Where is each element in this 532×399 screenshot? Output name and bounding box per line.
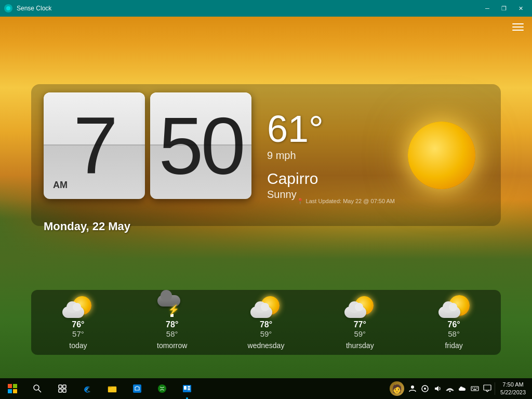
last-updated-text: Last Updated: May 22 @ 07:50 AM <box>306 198 395 204</box>
edge-browser-button[interactable] <box>75 378 100 399</box>
minute-card: 50 <box>150 92 251 199</box>
volume-icon[interactable] <box>431 378 444 399</box>
taskbar-left <box>0 378 200 399</box>
svg-rect-6 <box>63 389 66 392</box>
forecast-temps-wednesday: 78° 59° <box>260 320 272 338</box>
minute-digit: 50 <box>158 105 243 186</box>
menu-line-1 <box>512 23 524 24</box>
menu-line-2 <box>512 26 524 28</box>
forecast-low-tomorrow: 58° <box>166 329 178 338</box>
hour-card: 7 AM <box>44 92 145 199</box>
svg-rect-14 <box>188 388 190 389</box>
clock-section: 7 AM 50 Monday, 22 May <box>44 92 251 218</box>
taskbar-divider <box>495 382 495 395</box>
app-icon <box>4 4 12 12</box>
cortana-icon[interactable] <box>419 378 431 399</box>
minimize-button[interactable]: ─ <box>480 3 495 14</box>
svg-point-18 <box>424 388 426 390</box>
forecast-label-today: today <box>69 341 87 350</box>
start-button[interactable] <box>0 378 25 399</box>
forecast-icon-today <box>62 295 94 318</box>
forecast-icon-friday <box>438 295 470 318</box>
task-view-button[interactable] <box>50 378 75 399</box>
forecast-bar: 76° 57° today 78° 58° tomorrow 7 <box>31 290 501 355</box>
close-button[interactable]: ✕ <box>513 3 528 14</box>
forecast-label-friday: friday <box>445 341 462 350</box>
forecast-thursday: 77° 59° thursday <box>313 295 407 350</box>
svg-point-1 <box>34 385 39 390</box>
forecast-temps-today: 76° 57° <box>72 320 84 338</box>
window-controls: ─ ❐ ✕ <box>480 3 528 14</box>
svg-point-0 <box>6 6 10 10</box>
windows-logo <box>8 384 17 393</box>
win-logo-blue <box>8 389 12 393</box>
avatar-image: 🧑 <box>390 381 404 396</box>
notification-icon[interactable] <box>481 378 494 399</box>
flip-clock: 7 AM 50 <box>44 92 251 199</box>
svg-point-10 <box>158 384 166 393</box>
forecast-tomorrow: 78° 58° tomorrow <box>125 295 219 350</box>
taskbar-right: 🧑 7:50 AM 5/22/2023 <box>388 378 532 399</box>
location-pin-icon: 📍 <box>297 198 304 205</box>
maximize-button[interactable]: ❐ <box>497 3 511 14</box>
svg-rect-4 <box>63 385 66 388</box>
win-logo-red <box>8 384 12 388</box>
forecast-high-tomorrow: 78° <box>166 320 178 329</box>
svg-rect-15 <box>188 389 190 390</box>
user-avatar[interactable]: 🧑 <box>388 378 406 399</box>
forecast-label-thursday: thursday <box>346 341 374 350</box>
news-button[interactable] <box>175 378 200 399</box>
forecast-icon-tomorrow <box>156 295 188 318</box>
hour-digit: 7 <box>73 105 115 186</box>
svg-rect-5 <box>59 389 62 392</box>
forecast-high-wednesday: 78° <box>260 320 272 329</box>
main-content: 7 AM 50 Monday, 22 May 61° 9 mph Capirro… <box>0 17 532 378</box>
forecast-temps-tomorrow: 78° 58° <box>166 320 178 338</box>
taskbar-clock[interactable]: 7:50 AM 5/22/2023 <box>496 381 530 397</box>
svg-rect-13 <box>188 386 190 387</box>
weather-location: Capirro <box>267 170 395 188</box>
win-logo-green <box>13 384 17 388</box>
app-title: Sense Clock <box>17 5 51 12</box>
ampm-label: AM <box>53 180 68 191</box>
keyboard-icon[interactable] <box>469 378 481 399</box>
menu-icon[interactable] <box>512 23 524 31</box>
forecast-label-tomorrow: tomorrow <box>157 341 187 350</box>
weather-temperature: 61° <box>267 110 395 148</box>
file-explorer-button[interactable] <box>100 378 125 399</box>
svg-rect-22 <box>474 388 475 389</box>
cloud-sm-wed <box>250 307 272 318</box>
titlebar-left: Sense Clock <box>4 4 51 12</box>
store-button[interactable] <box>125 378 150 399</box>
svg-rect-24 <box>473 389 476 390</box>
svg-rect-20 <box>471 387 478 391</box>
taskbar-date-text: 5/22/2023 <box>500 389 526 396</box>
forecast-icon-wednesday <box>250 295 282 318</box>
forecast-temps-thursday: 77° 59° <box>354 320 366 338</box>
forecast-friday: 76° 58° friday <box>407 295 501 350</box>
forecast-high-thursday: 77° <box>354 320 366 329</box>
forecast-icon-thursday <box>344 295 376 318</box>
sun-graphic <box>395 122 488 189</box>
network-icon[interactable] <box>444 378 456 399</box>
taskbar: 🧑 7:50 AM 5/22/2023 <box>0 378 532 399</box>
forecast-low-today: 57° <box>72 329 84 338</box>
clock-weather-panel: 7 AM 50 Monday, 22 May 61° 9 mph Capirro… <box>31 84 501 226</box>
svg-rect-25 <box>484 385 491 390</box>
weather-section: 61° 9 mph Capirro Sunny 📍 Last Updated: … <box>251 110 395 201</box>
xbox-button[interactable] <box>150 378 175 399</box>
forecast-label-wednesday: wednesday <box>248 341 285 350</box>
clock-date: Monday, 22 May <box>44 220 130 233</box>
menu-line-3 <box>512 30 524 31</box>
cloud-icon[interactable] <box>456 378 469 399</box>
win-logo-yellow <box>13 389 17 393</box>
forecast-low-thursday: 59° <box>354 329 366 338</box>
search-button[interactable] <box>25 378 50 399</box>
cloud-sm-fri <box>438 307 460 318</box>
weather-updated: 📍 Last Updated: May 22 @ 07:50 AM <box>297 198 395 205</box>
taskbar-time-text: 7:50 AM <box>502 381 523 389</box>
people-icon[interactable] <box>406 378 419 399</box>
forecast-today: 76° 57° today <box>31 295 125 350</box>
forecast-high-today: 76° <box>72 320 84 329</box>
titlebar: Sense Clock ─ ❐ ✕ <box>0 0 532 17</box>
